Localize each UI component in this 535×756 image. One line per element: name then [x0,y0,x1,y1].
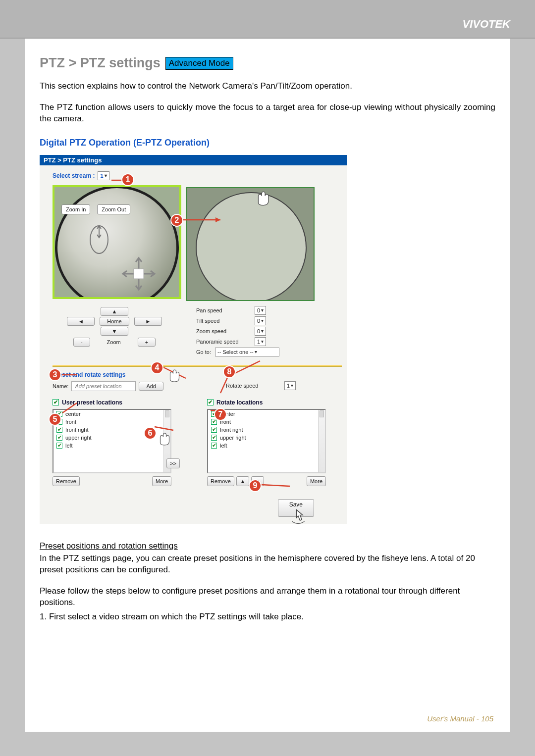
fisheye-image [55,186,179,299]
page-footer: User's Manual - 105 [427,714,493,723]
intro-paragraph-2: The PTZ function allows users to quickly… [40,102,495,125]
pan-down-button[interactable]: ▼ [101,327,128,336]
add-preset-button[interactable]: Add [139,382,163,391]
panel-body: Select stream : 1 Zoom In Zoom Out [40,165,347,524]
zoom-out-tooltip: Zoom Out [97,204,130,214]
list-item[interactable]: ✔front [208,418,325,426]
user-presets-listbox[interactable]: ✔center ✔front ✔front right ✔upper right… [53,409,171,473]
bottom-para-1: In the PTZ settings page, you can create… [40,553,495,576]
list-item[interactable]: ✔front right [208,426,325,434]
svg-rect-2 [134,269,144,279]
cursor-icon [157,432,171,447]
list-item[interactable]: ✔center [54,410,170,418]
preset-name-label: Name: [53,383,68,389]
panel-breadcrumb: PTZ > PTZ settings [40,155,347,165]
list-item[interactable]: ✔left [208,442,325,450]
more-presets-button[interactable]: More [152,476,171,486]
callout-2: 2 [170,214,183,227]
callout-6: 6 [144,427,157,440]
list-item[interactable]: ✔upper right [208,434,325,442]
callout-9: 9 [249,479,262,492]
callout-8: 8 [223,365,236,378]
remove-rotate-button[interactable]: Remove [207,476,234,486]
pan-direction-icon [119,254,159,294]
transfer-button[interactable]: >> [166,458,180,468]
click-cursor-icon [289,508,307,526]
bottom-para-2: Please follow the steps below to configu… [40,586,495,608]
scrollbar[interactable] [318,410,325,472]
callout-4: 4 [151,361,163,374]
panoramic-speed-dropdown[interactable]: 1 [255,337,266,346]
reorder-up-button[interactable]: ▲ [236,476,249,486]
goto-label: Go to: [196,349,211,355]
bottom-para-3: 1. First select a video stream on which … [40,611,495,623]
pan-left-button[interactable]: ◄ [67,317,95,326]
user-presets-checkbox[interactable]: ✔ [53,399,59,405]
page-title: PTZ > PTZ settings [40,55,160,71]
callout-1: 1 [121,173,134,186]
subsection-heading: Digital PTZ Operation (E-PTZ Operation) [40,138,495,148]
tilt-speed-label: Tilt speed [196,318,251,324]
zoom-in-tooltip: Zoom In [61,204,90,214]
pan-up-button[interactable]: ▲ [101,307,128,316]
intro-paragraph-1: This section explains how to control the… [40,81,495,92]
fisheye-preview-right[interactable]: 1 [186,187,315,301]
zoom-speed-label: Zoom speed [196,328,251,334]
preset-name-input[interactable] [71,381,136,391]
list-item[interactable]: ✔left [54,442,170,450]
pan-speed-label: Pan speed [196,307,251,313]
mode-badge: Advanced Mode [165,57,233,70]
mouse-scroll-icon [84,220,114,259]
rotate-speed-dropdown[interactable]: 1 [284,381,296,390]
ptz-settings-panel: PTZ > PTZ settings Select stream : 1 Zoo… [40,155,347,524]
list-item[interactable]: ✔front [54,418,170,426]
callout-3: 3 [49,368,61,381]
bottom-heading: Preset positions and rotation settings [40,541,178,551]
tilt-speed-dropdown[interactable]: 0 [255,316,266,325]
rotate-locations-title: Rotate locations [216,399,263,406]
goto-dropdown[interactable]: -- Select one -- [215,348,279,356]
home-button[interactable]: Home [100,317,129,326]
select-stream-label: Select stream : [53,172,95,179]
pan-speed-dropdown[interactable]: 0 [255,306,266,315]
fisheye-preview-left[interactable]: Zoom In Zoom Out [53,185,181,299]
select-stream-dropdown[interactable]: 1 [98,171,109,180]
more-rotate-button[interactable]: More [307,476,326,486]
doc-header: VIVOTEK [0,0,535,39]
grab-cursor-icon [254,190,271,207]
pan-right-button[interactable]: ► [134,317,162,326]
remove-preset-button[interactable]: Remove [53,476,80,486]
page-content: PTZ > PTZ settings Advanced Mode This se… [25,39,510,732]
panoramic-speed-label: Panoramic speed [196,339,251,345]
rotate-locations-checkbox[interactable]: ✔ [207,399,214,405]
user-presets-title: User preset locations [62,399,122,406]
callout-5: 5 [49,413,61,426]
zoom-label: Zoom [95,339,133,345]
zoom-in-button[interactable]: + [138,338,156,347]
zoom-speed-dropdown[interactable]: 0 [255,327,266,336]
cursor-icon [166,368,181,383]
callout-7: 7 [214,408,227,421]
brand-label: VIVOTEK [462,18,510,31]
zoom-out-button[interactable]: - [73,338,90,347]
rotate-speed-label: Rotate speed [226,383,280,389]
